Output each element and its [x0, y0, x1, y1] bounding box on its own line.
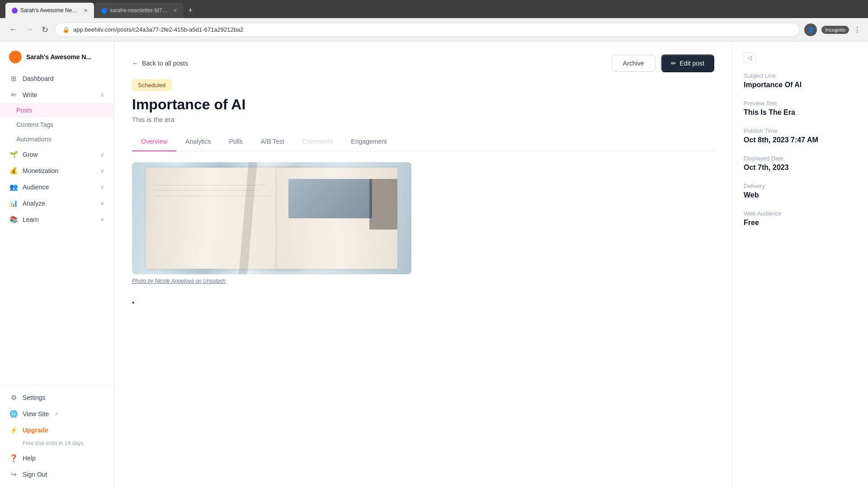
help-icon: ❓ [9, 454, 18, 462]
content-tags-label: Content Tags [16, 121, 53, 128]
analyze-icon: 📊 [9, 199, 18, 207]
tab-overview[interactable]: Overview [132, 132, 176, 151]
tab-comments: Comments [293, 132, 342, 151]
nav-view-site[interactable]: 🌐 View Site ↗ [0, 406, 113, 422]
learn-label: Learn [23, 216, 39, 223]
learn-icon: 📚 [9, 216, 18, 224]
sidebar-item-posts[interactable]: Posts [0, 103, 113, 117]
edit-pencil-icon: ✏ [671, 60, 676, 67]
incognito-badge: Incognito [821, 26, 849, 34]
sidebar-item-automations[interactable]: Automations [0, 132, 113, 146]
audience-label: Audience [23, 183, 49, 191]
brand-name: Sarah's Awesome N... [26, 53, 91, 61]
right-panel: ◁ Subject Line Importance Of AI Preview … [732, 42, 868, 488]
learn-chevron: ∨ [100, 216, 104, 223]
back-label: Back to all posts [142, 60, 188, 67]
web-audience-value: Free [744, 219, 857, 227]
tab-analytics[interactable]: Analytics [176, 132, 220, 151]
nav-refresh-button[interactable]: ↻ [40, 23, 50, 37]
tab-engagement[interactable]: Engagement [342, 132, 396, 151]
signout-label: Sign Out [23, 471, 47, 478]
post-title: Importance of AI [132, 96, 714, 113]
write-icon: ✏ [9, 91, 18, 99]
grow-icon: 🌱 [9, 150, 18, 159]
tab-close-1[interactable]: ✕ [84, 8, 88, 14]
delivery-section: Delivery Web [744, 183, 857, 199]
post-image [132, 162, 411, 274]
audience-icon: 👥 [9, 183, 18, 191]
view-site-icon: 🌐 [9, 410, 18, 418]
analyze-chevron: ∨ [100, 200, 104, 206]
posts-label: Posts [16, 107, 32, 114]
automations-label: Automations [16, 136, 52, 143]
signout-icon: ↪ [9, 470, 18, 479]
delivery-value: Web [744, 191, 857, 199]
web-audience-label: Web Audience [744, 210, 857, 217]
subject-line-value: Importance Of AI [744, 81, 857, 89]
nav-back-button[interactable]: ← [7, 23, 19, 36]
tab-favicon-1 [12, 8, 18, 14]
grow-chevron: ∨ [100, 151, 104, 158]
archive-button[interactable]: Archive [612, 55, 656, 72]
nav-forward-button[interactable]: → [24, 23, 35, 36]
browser-menu-button[interactable]: ⋮ [854, 25, 861, 34]
nav-dashboard[interactable]: ⊞ Dashboard [0, 70, 113, 87]
publish-time-value: Oct 8th, 2023 7:47 AM [744, 136, 857, 144]
analyze-label: Analyze [23, 200, 45, 207]
nav-grow[interactable]: 🌱 Grow ∨ [0, 146, 113, 163]
trial-text: Free trial ends in 14 days. [0, 438, 113, 450]
monetization-icon: 💰 [9, 167, 18, 175]
write-label: Write [23, 91, 37, 99]
write-chevron: ∧ [100, 92, 104, 98]
edit-post-button[interactable]: ✏ Edit post [661, 54, 714, 72]
tab-favicon-2 [101, 8, 107, 14]
nav-learn[interactable]: 📚 Learn ∨ [0, 211, 113, 228]
external-link-icon: ↗ [54, 411, 58, 417]
nav-audience[interactable]: 👥 Audience ∨ [0, 179, 113, 195]
status-badge: Scheduled [132, 80, 171, 91]
upgrade-icon: ⚡ [9, 426, 18, 434]
address-text: app.beehiiv.com/posts/c24a3a77-2fe2-415b… [73, 26, 243, 33]
post-tabs: Overview Analytics Polls A/B Test Commen… [132, 132, 714, 151]
post-area: ← Back to all posts Archive ✏ Edit post … [114, 42, 732, 488]
grow-label: Grow [23, 151, 38, 158]
upgrade-label: Upgrade [23, 427, 48, 434]
preview-text-label: Preview Text [744, 100, 857, 107]
brand-avatar [9, 51, 22, 63]
delivery-label: Delivery [744, 183, 857, 189]
browser-tab-2[interactable]: sarahs-newsletter-fd732b.beehi... ✕ [95, 3, 184, 18]
tab-title-2: sarahs-newsletter-fd732b.beehi... [110, 7, 169, 14]
nav-upgrade[interactable]: ⚡ Upgrade [0, 422, 113, 438]
post-subtitle: This is the era [132, 116, 714, 123]
new-tab-button[interactable]: + [184, 5, 197, 16]
tab-polls[interactable]: Polls [220, 132, 251, 151]
monetization-chevron: ∨ [100, 168, 104, 174]
displayed-date-section: Displayed Date Oct 7th, 2023 [744, 155, 857, 172]
settings-icon: ⚙ [9, 394, 18, 402]
nav-analyze[interactable]: 📊 Analyze ∨ [0, 195, 113, 211]
nav-help[interactable]: ❓ Help [0, 450, 113, 466]
profile-icon[interactable]: 👤 [804, 23, 817, 36]
tab-title-1: Sarah's Awesome Newsletter - b... [20, 7, 79, 14]
address-bar[interactable]: 🔒 app.beehiiv.com/posts/c24a3a77-2fe2-41… [55, 23, 800, 37]
browser-tab-1[interactable]: Sarah's Awesome Newsletter - b... ✕ [5, 3, 94, 18]
nav-write[interactable]: ✏ Write ∧ [0, 87, 113, 103]
subject-line-section: Subject Line Importance Of AI [744, 72, 857, 89]
sidebar-brand: Sarah's Awesome N... [0, 47, 113, 70]
nav-sign-out[interactable]: ↪ Sign Out [0, 466, 113, 483]
dashboard-label: Dashboard [23, 75, 54, 82]
nav-settings[interactable]: ⚙ Settings [0, 389, 113, 406]
nav-monetization[interactable]: 💰 Monetization ∨ [0, 163, 113, 179]
panel-collapse-button[interactable]: ◁ [744, 52, 756, 63]
publish-time-section: Publish Time Oct 8th, 2023 7:47 AM [744, 127, 857, 144]
image-caption[interactable]: Photo by Nicole Angelova on Unsplash [132, 278, 714, 284]
tab-ab-test[interactable]: A/B Test [252, 132, 293, 151]
preview-text-value: This Is The Era [744, 108, 857, 117]
bullet-point: • [132, 299, 135, 306]
sidebar-item-content-tags[interactable]: Content Tags [0, 117, 113, 132]
back-link[interactable]: ← Back to all posts [132, 60, 188, 67]
settings-label: Settings [23, 394, 46, 401]
dashboard-icon: ⊞ [9, 75, 18, 83]
tab-close-2[interactable]: ✕ [173, 8, 177, 14]
monetization-label: Monetization [23, 167, 58, 174]
